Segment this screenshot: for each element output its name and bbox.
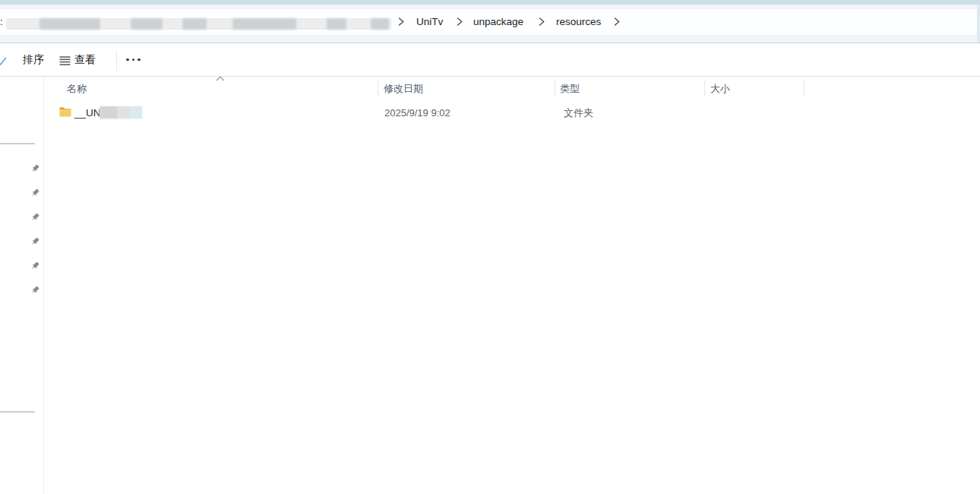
breadcrumb-chevron-icon[interactable] [457,17,463,26]
pin-icon[interactable] [30,261,40,271]
redacted-path-text [182,18,207,30]
column-header-type[interactable]: 类型 [560,80,580,98]
window-right-edge [977,5,980,43]
breadcrumb-chevron-icon[interactable] [398,17,405,26]
column-header-date-modified[interactable]: 修改日期 [384,80,423,98]
column-header-name[interactable]: 名称 [67,80,87,98]
toolbar-content-divider [0,76,980,77]
pin-icon[interactable] [30,236,40,246]
file-date-modified: 2025/9/19 9:02 [384,104,450,122]
redacted-path-text [232,18,296,30]
breadcrumb-unpackage[interactable]: unpackage [473,9,523,35]
column-resize-handle[interactable] [378,81,378,97]
pin-icon[interactable] [30,212,40,222]
redacted-path-text [371,18,389,30]
more-options-button[interactable] [126,43,141,76]
command-toolbar [0,43,980,76]
breadcrumb-chevron-icon[interactable] [614,17,621,26]
view-list-icon [59,55,71,66]
pin-icon[interactable] [30,188,40,198]
path-prefix: : [0,9,3,35]
redacted-file-name-suffix [130,106,142,119]
navpane-separator [0,143,35,144]
redacted-path-text [327,18,346,30]
pin-icon[interactable] [30,285,40,295]
sort-check-icon [0,57,7,67]
redacted-file-name-suffix [100,106,118,119]
breadcrumb-unitv[interactable]: UniTv [416,9,443,35]
column-resize-handle[interactable] [555,81,555,97]
column-resize-handle[interactable] [804,81,805,97]
navpane-separator [0,411,35,413]
breadcrumb-chevron-icon[interactable] [539,17,545,26]
navpane-divider [43,77,44,494]
toolbar-divider [116,51,117,71]
sort-button[interactable]: 排序 [23,43,44,76]
file-type: 文件夹 [564,104,593,122]
folder-icon [59,107,71,117]
column-resize-handle[interactable] [704,81,705,97]
redacted-path-text [131,18,163,30]
file-explorer-window: : UniTv unpackage resources 排序 查看 名称 修改日… [0,0,980,494]
breadcrumb-resources[interactable]: resources [556,9,601,35]
ellipsis-icon [126,59,129,62]
ellipsis-icon [132,59,135,62]
column-header-size[interactable]: 大小 [710,80,730,98]
ellipsis-icon [138,59,141,62]
redacted-path-text [40,18,100,30]
pin-icon[interactable] [30,163,40,173]
view-button[interactable]: 查看 [74,43,96,76]
sort-ascending-icon [216,76,225,81]
redacted-file-name-suffix [118,106,130,119]
